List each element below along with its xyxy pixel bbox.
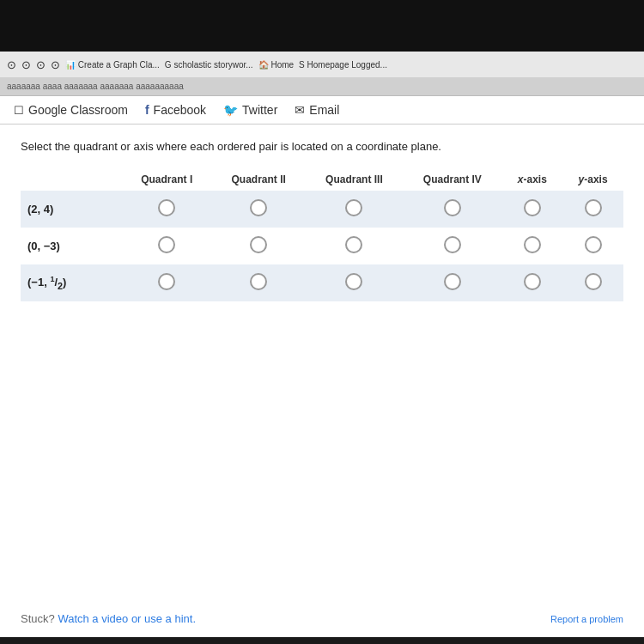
top-black-bar: [0, 0, 644, 52]
url-bar: aaaaaaa aaaa aaaaaaa aaaaaaa aaaaaaaaaa: [0, 77, 644, 96]
radio-r1-q4[interactable]: [403, 191, 501, 228]
radio-r3-q3[interactable]: [306, 264, 404, 301]
col-header-xaxis: x-axis: [501, 168, 562, 191]
radio-r3-q2[interactable]: [212, 264, 306, 301]
radio-r2-yaxis[interactable]: [562, 228, 623, 264]
stuck-text-area: Stuck? Watch a video or use a hint.: [21, 612, 196, 625]
tab-graph[interactable]: 📊 Create a Graph Cla...: [65, 60, 160, 70]
google-classroom-label: Google Classroom: [28, 103, 128, 117]
radio-r3-xaxis[interactable]: [501, 264, 562, 301]
table-row: (−1, 1/2): [21, 264, 623, 301]
facebook-icon: f: [145, 103, 149, 117]
col-header-q4: Quadrant IV: [403, 168, 501, 191]
browser-icon-4: ⊙: [51, 58, 60, 71]
browser-toolbar: ⊙ ⊙ ⊙ ⊙ 📊 Create a Graph Cla... G schola…: [0, 52, 644, 77]
stuck-label: Stuck?: [21, 612, 55, 625]
report-problem-link[interactable]: Report a problem: [550, 614, 623, 624]
radio-r3-yaxis[interactable]: [562, 264, 623, 301]
email-label: Email: [309, 103, 339, 117]
radio-r2-q4[interactable]: [403, 228, 501, 264]
tab-home[interactable]: 🏠 Home: [258, 60, 294, 70]
url-text: aaaaaaa aaaa aaaaaaa aaaaaaa aaaaaaaaaa: [7, 82, 184, 91]
radio-r3-q1[interactable]: [122, 264, 212, 301]
col-header-blank: [21, 168, 122, 191]
question-table: Quadrant I Quadrant II Quadrant III Quad…: [21, 168, 623, 301]
table-row: (0, −3): [21, 228, 623, 264]
ordered-pair-3: (−1, 1/2): [21, 264, 122, 301]
radio-r2-q3[interactable]: [306, 228, 404, 264]
browser-icon-2: ⊙: [21, 58, 31, 71]
ordered-pair-2: (0, −3): [21, 228, 122, 264]
email-share[interactable]: ✉ Email: [295, 103, 339, 117]
radio-r1-q1[interactable]: [122, 191, 212, 228]
twitter-icon: 🐦: [223, 103, 238, 117]
google-classroom-share[interactable]: ☐ Google Classroom: [14, 103, 128, 117]
radio-r2-q2[interactable]: [212, 228, 306, 264]
radio-r1-yaxis[interactable]: [562, 191, 623, 228]
facebook-share[interactable]: f Facebook: [145, 103, 206, 117]
main-content: Select the quadrant or axis where each o…: [0, 125, 644, 600]
ordered-pair-1: (2, 4): [21, 191, 122, 228]
tab-homepage[interactable]: S Homepage Logged...: [299, 60, 387, 70]
col-header-q1: Quadrant I: [122, 168, 212, 191]
col-header-q2: Quadrant II: [212, 168, 306, 191]
browser-icon-1: ⊙: [7, 58, 16, 71]
col-header-q3: Quadrant III: [306, 168, 404, 191]
twitter-label: Twitter: [242, 103, 277, 117]
twitter-share[interactable]: 🐦 Twitter: [223, 103, 277, 117]
table-row: (2, 4): [21, 191, 623, 228]
radio-r1-q3[interactable]: [306, 191, 404, 228]
facebook-label: Facebook: [154, 103, 206, 117]
hint-link[interactable]: Watch a video or use a hint.: [58, 612, 196, 625]
radio-r2-xaxis[interactable]: [501, 228, 562, 264]
google-classroom-icon: ☐: [14, 104, 24, 117]
stuck-bar: Stuck? Watch a video or use a hint. Repo…: [0, 600, 644, 637]
share-bar: ☐ Google Classroom f Facebook 🐦 Twitter …: [0, 96, 644, 125]
email-icon: ✉: [295, 103, 305, 117]
tab-scholastic[interactable]: G scholastic storywor...: [165, 60, 253, 70]
instruction-text: Select the quadrant or axis where each o…: [21, 140, 623, 153]
radio-r1-xaxis[interactable]: [501, 191, 562, 228]
radio-r1-q2[interactable]: [212, 191, 306, 228]
radio-r3-q4[interactable]: [403, 264, 501, 301]
radio-r2-q1[interactable]: [122, 228, 212, 264]
col-header-yaxis: y-axis: [562, 168, 623, 191]
browser-icon-3: ⊙: [36, 58, 46, 71]
content-wrapper: ☐ Google Classroom f Facebook 🐦 Twitter …: [0, 96, 644, 637]
